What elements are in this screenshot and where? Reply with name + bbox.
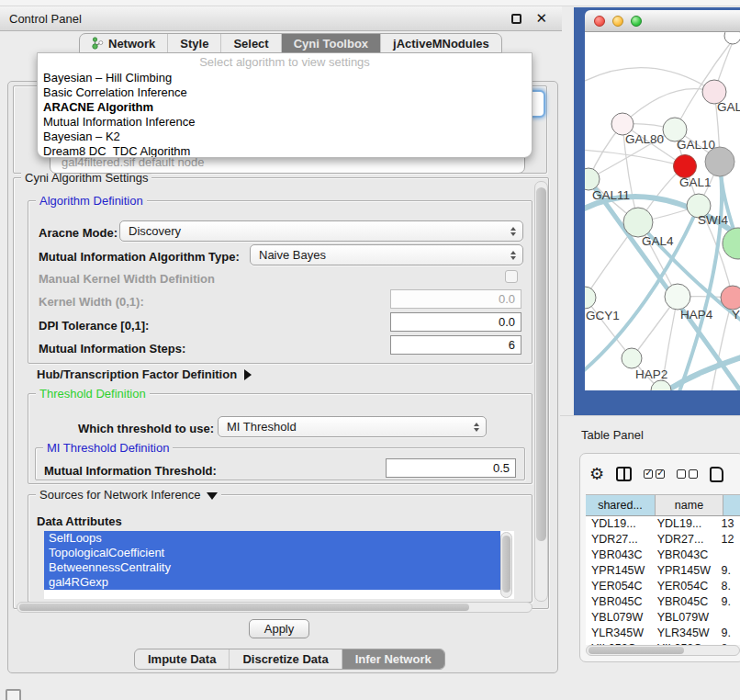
attributes-scrollbar[interactable] [500, 532, 512, 598]
network-canvas[interactable]: GALGAL80GAL10GAL1GAL11SWI4GAL4GCY1HAP4YH… [585, 32, 740, 390]
table-cell: YDL19... [586, 516, 652, 532]
deselect-all-columns-icon[interactable] [677, 469, 698, 479]
table-row[interactable]: YDL19...YDL19...13 [586, 516, 740, 532]
network-node[interactable] [585, 287, 596, 309]
network-node[interactable] [585, 168, 600, 190]
table-cell: 12 [715, 532, 740, 548]
dpi-tolerance-field[interactable]: 0.0 [390, 312, 521, 332]
which-threshold-combo[interactable]: MI Threshold [218, 416, 487, 437]
tab-style[interactable]: Style [168, 34, 221, 52]
zoom-traffic-light-icon[interactable] [631, 16, 642, 27]
network-node[interactable] [622, 348, 642, 368]
aracne-mode-combo[interactable]: Discovery [119, 220, 523, 242]
mi-steps-label: Mutual Information Steps: [39, 342, 185, 356]
aracne-mode-label: Aracne Mode: [39, 226, 118, 240]
attribute-item-topologicalcoefficient[interactable]: TopologicalCoefficient [44, 546, 500, 560]
select-all-columns-icon[interactable] [644, 469, 665, 479]
network-node-label: HAP4 [680, 308, 713, 322]
settings-gear-icon[interactable]: ⚙ [589, 466, 604, 482]
table-row[interactable]: YBR045CYBR045C9. [586, 594, 740, 610]
network-graph[interactable]: GALGAL80GAL10GAL1GAL11SWI4GAL4GCY1HAP4YH… [585, 32, 740, 390]
bottom-tab-impute-data[interactable]: Impute Data [135, 649, 230, 669]
network-node[interactable] [721, 286, 740, 310]
network-node[interactable] [724, 32, 740, 44]
tab-jactivemnodules[interactable]: jActiveMNodules [381, 34, 501, 52]
network-node-label: GAL80 [625, 132, 664, 146]
control-panel-titlebar: Control Panel ✕ [0, 6, 562, 31]
table-cell: YBL079W [586, 610, 652, 626]
table-row[interactable]: YLR345WYLR345W9. [586, 626, 740, 641]
which-threshold-label: Which threshold to use: [78, 422, 214, 435]
data-attributes-list: SelfLoopsTopologicalCoefficientBetweenne… [44, 531, 514, 599]
table-row[interactable]: YER054CYER054C8. [586, 579, 740, 594]
network-node-label: GCY1 [586, 309, 620, 322]
bottom-tab-infer-network[interactable]: Infer Network [342, 649, 444, 669]
table-hscrollbar[interactable] [586, 645, 740, 656]
hub-definition-expander[interactable]: Hub/Transcription Factor Definition [37, 367, 252, 381]
network-node-label: SWI4 [698, 213, 728, 227]
network-edge[interactable] [589, 179, 740, 390]
mi-steps-field[interactable]: 6 [390, 335, 521, 355]
settings-vscrollbar[interactable] [534, 181, 548, 602]
combo-spinner-icon [510, 251, 516, 260]
minimized-panel-icon[interactable] [6, 689, 21, 700]
table-header: shared...name [586, 494, 740, 516]
table-row[interactable]: YDR27...YDR27...12 [586, 532, 740, 548]
dropdown-item-mutual-information-inference[interactable]: Mutual Information Inference [38, 115, 532, 130]
tab-cyni-toolbox[interactable]: Cyni Toolbox [282, 34, 381, 52]
close-icon[interactable]: ✕ [535, 10, 547, 27]
network-window-titlebar [585, 10, 740, 32]
kernel-width-value: 0.0 [499, 292, 515, 306]
minimize-traffic-light-icon[interactable] [612, 16, 623, 27]
dropdown-item-bayesian-k2[interactable]: Bayesian – K2 [38, 130, 532, 144]
dropdown-item-aracne-algorithm[interactable]: ARACNE Algorithm [38, 100, 532, 115]
network-node[interactable] [723, 228, 740, 259]
mi-threshold-label: Mutual Information Threshold: [44, 464, 217, 478]
dropdown-item-bayesian-hill-climbing[interactable]: Bayesian – Hill Climbing [38, 71, 532, 85]
bottom-tab-discretize-data[interactable]: Discretize Data [230, 649, 342, 669]
network-node-label: Y [732, 308, 740, 322]
apply-button[interactable]: Apply [249, 619, 309, 638]
network-node[interactable] [665, 284, 690, 310]
network-edge[interactable] [585, 150, 685, 166]
dropdown-items: Bayesian – Hill ClimbingBasic Correlatio… [38, 71, 532, 158]
float-window-icon[interactable] [511, 14, 521, 24]
network-edge[interactable] [675, 38, 734, 130]
control-panel-tabbar: NetworkStyleSelectCyni ToolboxjActiveMNo… [79, 33, 502, 53]
network-node[interactable] [674, 155, 697, 178]
tab-network[interactable]: Network [80, 34, 168, 52]
table-row[interactable]: YBL079WYBL079W [586, 610, 740, 626]
application-window: Control Panel ✕ NetworkStyleSelectCyni T… [0, 0, 740, 700]
mi-steps-value: 6 [509, 338, 515, 352]
mi-algorithm-type-combo[interactable]: Naive Bayes [250, 244, 523, 265]
table-cell: YER054C [652, 579, 716, 594]
table-cell: 9. [715, 626, 740, 641]
attribute-item-gal4rgexp[interactable]: gal4RGexp [44, 575, 500, 590]
column-header-name[interactable]: name [656, 495, 723, 515]
kernel-width-field[interactable]: 0.0 [390, 289, 521, 309]
table-row[interactable]: YPR145WYPR145W9. [586, 563, 740, 579]
split-columns-icon[interactable] [616, 467, 632, 481]
network-node[interactable] [623, 208, 653, 237]
table-row[interactable]: YBR043CYBR043C [586, 548, 740, 563]
attribute-item-betweennesscentrality[interactable]: BetweennessCentrality [44, 560, 500, 575]
tab-select[interactable]: Select [221, 34, 281, 52]
control-panel-title: Control Panel [9, 12, 82, 26]
table-cell: YPR145W [652, 563, 716, 579]
settings-hscrollbar[interactable] [17, 602, 533, 613]
column-header-2[interactable] [723, 495, 740, 515]
attribute-item-selfloops[interactable]: SelfLoops [44, 531, 500, 546]
document-icon[interactable] [710, 467, 723, 482]
mi-threshold-field[interactable]: 0.5 [386, 458, 516, 478]
dropdown-item-dream8-dc-tdc-algorithm[interactable]: Dream8 DC_TDC Algorithm [38, 144, 532, 158]
close-traffic-light-icon[interactable] [594, 16, 605, 27]
manual-kernel-checkbox[interactable] [505, 270, 518, 283]
apply-button-label: Apply [264, 622, 295, 636]
dropdown-item-basic-correlation-inference[interactable]: Basic Correlation Inference [38, 85, 532, 100]
network-node[interactable] [651, 380, 671, 390]
network-edge[interactable] [622, 89, 714, 124]
collapse-down-icon[interactable] [207, 492, 218, 500]
table-toolbar: ⚙ [589, 461, 723, 487]
aracne-mode-value: Discovery [129, 224, 181, 238]
column-header-shared[interactable]: shared... [586, 495, 656, 515]
